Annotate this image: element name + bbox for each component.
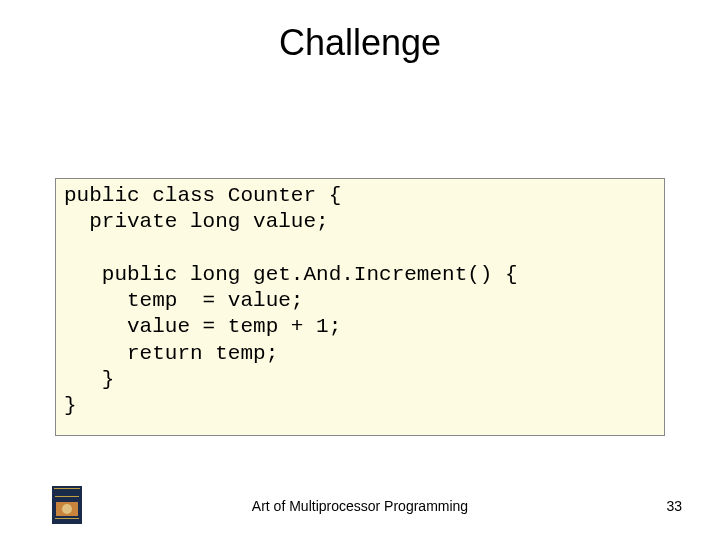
- svg-rect-2: [54, 488, 80, 489]
- page-number: 33: [666, 498, 682, 514]
- svg-rect-6: [55, 518, 79, 519]
- slide-title: Challenge: [0, 22, 720, 64]
- svg-rect-3: [55, 496, 79, 497]
- slide-footer: Art of Multiprocessor Programming 33: [0, 486, 720, 524]
- code-block: public class Counter { private long valu…: [55, 178, 665, 436]
- footer-caption: Art of Multiprocessor Programming: [0, 498, 720, 514]
